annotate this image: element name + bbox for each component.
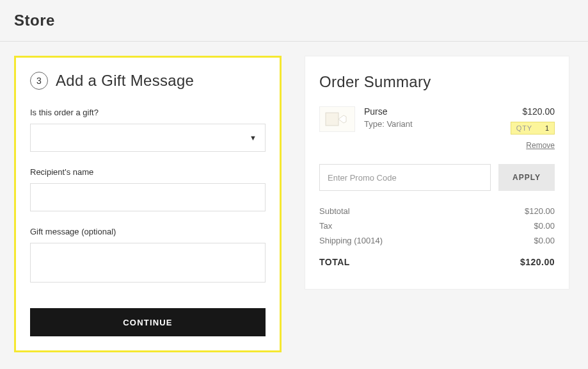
is-gift-select-wrapper: ▼ xyxy=(30,124,266,152)
total-value: $120.00 xyxy=(520,257,555,267)
tax-label: Tax xyxy=(319,221,332,231)
gift-panel-title: Add a Gift Message xyxy=(56,72,194,90)
recipient-group: Recipient's name xyxy=(30,167,266,211)
shipping-row: Shipping (10014) $0.00 xyxy=(319,236,555,245)
item-right: $120.00 QTY 1 xyxy=(511,106,555,135)
qty-label: QTY xyxy=(516,124,532,132)
recipient-name-input[interactable] xyxy=(30,183,266,211)
product-image xyxy=(319,106,355,132)
tax-value: $0.00 xyxy=(534,221,555,231)
continue-button[interactable]: CONTINUE xyxy=(30,308,266,336)
promo-code-input[interactable] xyxy=(319,164,491,191)
remove-link[interactable]: Remove xyxy=(319,141,555,150)
apply-button[interactable]: APPLY xyxy=(498,164,555,191)
shipping-value: $0.00 xyxy=(534,236,555,245)
item-price: $120.00 xyxy=(511,106,555,117)
shipping-label: Shipping (10014) xyxy=(319,236,383,245)
is-gift-select[interactable] xyxy=(30,124,266,152)
is-gift-label: Is this order a gift? xyxy=(30,108,266,117)
subtotal-label: Subtotal xyxy=(319,206,350,216)
order-summary-panel: Order Summary Purse Type: Variant $120.0… xyxy=(305,56,569,290)
panel-header: 3 Add a Gift Message xyxy=(30,72,266,90)
is-gift-group: Is this order a gift? ▼ xyxy=(30,108,266,152)
item-variant: Type: Variant xyxy=(364,119,502,129)
purse-icon xyxy=(324,110,350,128)
page-header: Store xyxy=(0,0,588,42)
gift-message-textarea[interactable] xyxy=(30,243,266,283)
total-label: TOTAL xyxy=(319,257,350,267)
line-item: Purse Type: Variant $120.00 QTY 1 xyxy=(319,106,555,135)
subtotal-value: $120.00 xyxy=(525,206,555,216)
item-info: Purse Type: Variant xyxy=(364,106,502,135)
order-summary-title: Order Summary xyxy=(319,73,555,91)
subtotal-row: Subtotal $120.00 xyxy=(319,206,555,216)
step-number-badge: 3 xyxy=(30,72,48,90)
svg-rect-0 xyxy=(326,113,338,126)
qty-value: 1 xyxy=(545,124,549,132)
promo-row: APPLY xyxy=(319,164,555,191)
recipient-label: Recipient's name xyxy=(30,167,266,177)
gift-message-group: Gift message (optional) xyxy=(30,227,266,285)
tax-row: Tax $0.00 xyxy=(319,221,555,231)
store-title: Store xyxy=(14,12,574,29)
gift-message-panel: 3 Add a Gift Message Is this order a gif… xyxy=(14,56,282,352)
main-content: 3 Add a Gift Message Is this order a gif… xyxy=(0,42,588,366)
gift-message-label: Gift message (optional) xyxy=(30,227,266,236)
total-row: TOTAL $120.00 xyxy=(319,257,555,267)
qty-box[interactable]: QTY 1 xyxy=(511,122,555,135)
item-name: Purse xyxy=(364,106,502,117)
